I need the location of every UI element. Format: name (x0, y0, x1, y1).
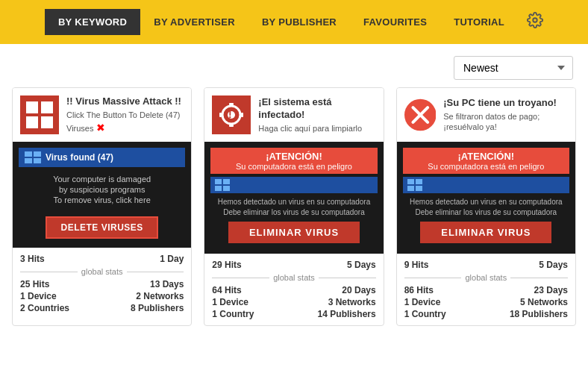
card-1-windows-icon (25, 151, 41, 163)
svg-rect-23 (223, 186, 230, 191)
svg-rect-27 (407, 179, 414, 184)
card-3-countries-row: 1 Country 18 Publishers (404, 309, 568, 319)
card-3-ad-line1: Hemos detectado un virus en su computado… (403, 196, 569, 207)
svg-text:!: ! (228, 108, 232, 120)
card-2-stats: 29 Hits 5 Days global stats 64 Hits 20 D… (204, 254, 383, 325)
card-2-ad-line2: Debe eliminar los virus de su computador… (210, 207, 377, 217)
card-1-delete-button[interactable]: DELETE VIRUSES (46, 216, 157, 239)
card-2-ad: ¡ATENCIÓN! Su computadora está en peligr… (204, 142, 383, 254)
svg-rect-29 (407, 186, 414, 191)
card-1-header: !! Virus Massive Attack !! Click The But… (13, 88, 191, 142)
card-1-cross-icon: ✖ (96, 122, 105, 134)
sort-select[interactable]: Newest Oldest Most Hits Least Hits (454, 56, 573, 80)
nav-tutorial[interactable]: TUTORIAL (440, 9, 518, 35)
svg-rect-11 (34, 158, 41, 163)
svg-point-0 (533, 18, 537, 22)
card-1-stats-divider: global stats (20, 267, 184, 276)
card-1-stats-row-1: 3 Hits 1 Day (20, 254, 184, 264)
card-1-ad-text: Your computer is damaged by suspicious p… (19, 172, 185, 210)
card-1: !! Virus Massive Attack !! Click The But… (12, 87, 192, 326)
top-navigation: BY KEYWORD BY ADVERTISER BY PUBLISHER FA… (0, 0, 588, 44)
svg-rect-22 (215, 186, 222, 191)
cards-container: !! Virus Massive Attack !! Click The But… (0, 87, 588, 341)
card-2-title-block: ¡El sistema está infectado! Haga clic aq… (258, 96, 375, 134)
card-1-stats: 3 Hits 1 Day global stats 25 Hits 13 Day… (13, 248, 191, 319)
card-1-subtitle: Click The Button To Delete (47) Viruses … (66, 110, 184, 134)
card-2-icon: ! (212, 95, 251, 134)
card-3-stats-divider: global stats (404, 273, 568, 282)
card-1-title: !! Virus Massive Attack !! (66, 95, 184, 108)
card-3: ¡Su PC tiene un troyano! Se filtraron da… (396, 87, 576, 326)
card-1-devices-row: 1 Device 2 Networks (20, 291, 184, 301)
card-2-header: ! ¡El sistema está infectado! Haga clic … (204, 88, 383, 142)
card-2-ad-line1: Hemos detectado un virus en su computado… (210, 196, 377, 207)
card-2-windows-small (215, 179, 230, 191)
card-3-devices-row: 1 Device 5 Networks (404, 297, 568, 307)
svg-rect-28 (416, 179, 422, 184)
svg-rect-15 (229, 103, 234, 105)
svg-rect-18 (241, 113, 243, 117)
card-3-ad: ¡ATENCIÓN! Su computadora está en peligr… (397, 142, 575, 254)
card-2-stats-divider: global stats (212, 273, 375, 282)
card-2-devices-row: 1 Device 3 Networks (212, 297, 375, 307)
svg-rect-5 (41, 116, 53, 128)
svg-rect-21 (223, 179, 230, 184)
card-3-attencion: ¡ATENCIÓN! Su computadora está en peligr… (403, 148, 569, 174)
card-3-eliminar-button[interactable]: ELIMINAR VIRUS (420, 222, 551, 243)
svg-rect-2 (26, 101, 38, 113)
svg-rect-30 (416, 186, 422, 191)
card-2-title: ¡El sistema está infectado! (258, 96, 375, 122)
card-2-global-hits-row: 64 Hits 20 Days (212, 285, 375, 295)
card-2-eliminar-button[interactable]: ELIMINAR VIRUS (228, 222, 360, 243)
svg-rect-10 (25, 158, 32, 163)
svg-rect-17 (219, 113, 222, 117)
nav-by-advertiser[interactable]: BY ADVERTISER (140, 9, 248, 35)
svg-rect-9 (34, 151, 41, 157)
card-3-win-bar (403, 177, 569, 193)
card-1-countries-row: 2 Countries 8 Publishers (20, 303, 184, 313)
settings-icon[interactable] (527, 12, 543, 32)
card-3-icon (404, 95, 437, 134)
card-2: ! ¡El sistema está infectado! Haga clic … (204, 87, 384, 326)
nav-by-publisher[interactable]: BY PUBLISHER (248, 9, 350, 35)
svg-rect-4 (26, 116, 38, 128)
svg-rect-3 (41, 101, 53, 113)
svg-rect-16 (229, 125, 234, 127)
card-1-icon (20, 95, 59, 134)
nav-by-keyword[interactable]: BY KEYWORD (45, 9, 140, 35)
card-2-subtitle: Haga clic aquí para limpiarlo (258, 123, 375, 134)
card-2-attencion: ¡ATENCIÓN! Su computadora está en peligr… (210, 148, 377, 174)
card-1-ad: Virus found (47) Your computer is damage… (13, 142, 191, 248)
card-3-stats-row-1: 9 Hits 5 Days (404, 260, 568, 270)
card-3-windows-small (407, 179, 422, 191)
card-3-title-block: ¡Su PC tiene un troyano! Se filtraron da… (443, 97, 568, 132)
card-3-subtitle: Se filtraron datos de pago; ¡resuélvalo … (443, 111, 568, 133)
svg-rect-8 (25, 151, 32, 157)
card-3-stats: 9 Hits 5 Days global stats 86 Hits 23 Da… (397, 254, 575, 325)
card-3-title: ¡Su PC tiene un troyano! (443, 97, 568, 110)
svg-rect-20 (215, 179, 222, 184)
card-2-countries-row: 1 Country 14 Publishers (212, 309, 375, 319)
nav-favourites[interactable]: FAVOURITES (350, 9, 440, 35)
card-3-header: ¡Su PC tiene un troyano! Se filtraron da… (397, 88, 575, 142)
card-1-virus-bar: Virus found (47) (19, 148, 185, 167)
card-2-win-bar (210, 177, 377, 193)
card-2-stats-row-1: 29 Hits 5 Days (212, 260, 375, 270)
card-1-title-block: !! Virus Massive Attack !! Click The But… (66, 95, 184, 134)
sort-bar: Newest Oldest Most Hits Least Hits (0, 44, 588, 87)
card-1-global-hits-row: 25 Hits 13 Days (20, 279, 184, 289)
card-3-global-hits-row: 86 Hits 23 Days (404, 285, 568, 295)
card-3-ad-line2: Debe eliminar los virus de su computador… (403, 207, 569, 217)
